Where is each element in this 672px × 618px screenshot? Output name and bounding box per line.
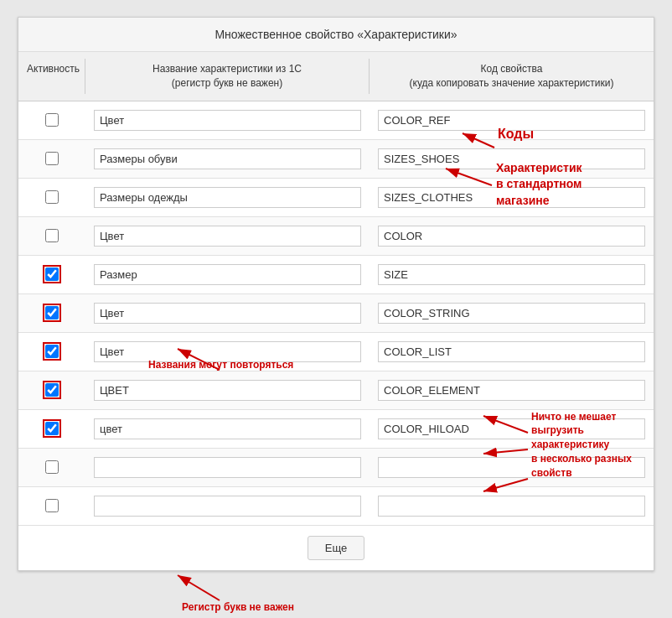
header-code: Код свойства(куда копировать значение ха…	[370, 59, 654, 94]
table-row	[18, 371, 654, 410]
table-row	[18, 101, 654, 140]
row11-name-input[interactable]	[94, 496, 361, 517]
row10-name-input[interactable]	[94, 457, 361, 478]
table-row	[18, 333, 654, 371]
cell-name	[85, 454, 370, 481]
row2-checkbox[interactable]	[45, 152, 59, 165]
row5-code-input[interactable]	[378, 264, 645, 285]
cell-activity	[18, 499, 85, 512]
cell-code	[370, 338, 654, 366]
row1-name-input[interactable]	[94, 110, 361, 131]
cell-name	[85, 299, 370, 327]
row7-name-input[interactable]	[94, 341, 361, 362]
svg-line-4	[178, 575, 220, 600]
table-header: Активность Название характеристики из 1С…	[18, 52, 654, 101]
cell-code	[370, 184, 654, 211]
cell-code	[370, 145, 654, 173]
header-activity: Активность	[18, 59, 85, 94]
cell-activity	[18, 190, 85, 204]
table-row	[18, 217, 654, 256]
table-body: Коды Характеристикв стандартноммагазине …	[18, 101, 654, 526]
row6-name-input[interactable]	[94, 303, 361, 324]
table-row	[18, 140, 654, 179]
row7-checkbox[interactable]	[45, 345, 59, 358]
cell-activity	[18, 460, 85, 474]
row4-name-input[interactable]	[94, 226, 361, 247]
cell-code	[370, 299, 654, 327]
table-row	[18, 179, 654, 217]
cell-name	[85, 145, 370, 173]
row3-name-input[interactable]	[94, 187, 361, 208]
annotation-case: Регистр букв не важен	[182, 601, 294, 613]
row4-checkbox[interactable]	[45, 229, 59, 242]
table-row	[18, 256, 654, 294]
more-button[interactable]: Еще	[308, 536, 364, 560]
table-row	[18, 410, 654, 449]
cell-code	[370, 377, 654, 404]
row3-checkbox[interactable]	[45, 190, 59, 204]
row8-code-input[interactable]	[378, 380, 645, 401]
cell-name	[85, 338, 370, 366]
row1-checkbox[interactable]	[45, 113, 59, 127]
cell-activity	[18, 383, 85, 397]
cell-name	[85, 222, 370, 250]
header-name: Название характеристики из 1С(регистр бу…	[85, 59, 370, 94]
row10-checkbox[interactable]	[45, 460, 59, 474]
table-row	[18, 449, 654, 487]
row6-checkbox[interactable]	[45, 306, 59, 319]
cell-name	[85, 184, 370, 211]
cell-code	[370, 492, 654, 520]
row5-checkbox[interactable]	[45, 267, 59, 281]
cell-name	[85, 377, 370, 404]
row9-checkbox[interactable]	[45, 422, 59, 435]
cell-activity	[18, 345, 85, 358]
cell-code	[370, 454, 654, 481]
row2-code-input[interactable]	[378, 148, 645, 169]
cell-activity	[18, 113, 85, 127]
row1-code-input[interactable]	[378, 110, 645, 131]
row8-name-input[interactable]	[94, 380, 361, 401]
row2-name-input[interactable]	[94, 148, 361, 169]
row4-code-input[interactable]	[378, 226, 645, 247]
cell-code	[370, 222, 654, 250]
row10-code-input[interactable]	[378, 457, 645, 478]
table-row	[18, 487, 654, 526]
row9-code-input[interactable]	[378, 418, 645, 439]
cell-name	[85, 106, 370, 134]
panel-title: Множественное свойство «Характеристики»	[18, 18, 654, 52]
row5-name-input[interactable]	[94, 264, 361, 285]
row6-code-input[interactable]	[378, 303, 645, 324]
cell-activity	[18, 152, 85, 165]
main-panel: Множественное свойство «Характеристики» …	[18, 17, 654, 571]
cell-code	[370, 415, 654, 443]
row11-code-input[interactable]	[378, 496, 645, 517]
cell-activity	[18, 229, 85, 242]
cell-name	[85, 261, 370, 288]
row3-code-input[interactable]	[378, 187, 645, 208]
cell-activity	[18, 422, 85, 435]
cell-name	[85, 492, 370, 520]
row11-checkbox[interactable]	[45, 499, 59, 512]
cell-activity	[18, 306, 85, 319]
table-row	[18, 294, 654, 333]
cell-activity	[18, 267, 85, 281]
cell-code	[370, 261, 654, 288]
row7-code-input[interactable]	[378, 341, 645, 362]
row9-name-input[interactable]	[94, 418, 361, 439]
cell-code	[370, 106, 654, 134]
row8-checkbox[interactable]	[45, 383, 59, 397]
cell-name	[85, 415, 370, 443]
